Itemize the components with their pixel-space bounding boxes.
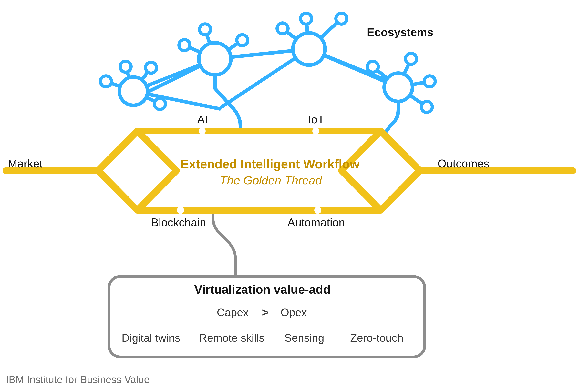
svg-point-30 (200, 24, 211, 35)
svg-point-24 (384, 73, 412, 101)
value-item-zero-touch: Zero-touch (350, 331, 403, 344)
value-box-opex: Opex (281, 306, 307, 319)
svg-point-32 (277, 23, 288, 34)
tech-blockchain-label: Blockchain (151, 216, 206, 229)
svg-point-25 (100, 76, 111, 87)
value-box-title: Virtualization value-add (194, 282, 331, 296)
svg-point-37 (424, 76, 435, 87)
tech-automation-label: Automation (288, 216, 345, 229)
svg-point-28 (154, 98, 165, 109)
value-box-capex: Capex (217, 306, 249, 319)
svg-point-22 (199, 43, 231, 75)
svg-point-26 (120, 61, 131, 72)
value-item-sensing: Sensing (285, 331, 324, 344)
svg-point-31 (237, 35, 248, 46)
workflow-title: Extended Intelligent Workflow (181, 157, 360, 171)
outcomes-label: Outcomes (437, 157, 489, 170)
ecosystems-label: Ecosystems (367, 25, 434, 39)
market-label: Market (8, 157, 43, 170)
svg-point-34 (336, 13, 347, 24)
value-box-arrow: > (262, 306, 268, 319)
svg-point-45 (314, 207, 321, 214)
svg-point-23 (293, 33, 325, 65)
svg-point-44 (177, 207, 184, 214)
svg-point-43 (312, 128, 319, 134)
tech-iot-label: IoT (308, 113, 325, 126)
diagram-root: Ecosystems Market Outcomes AI IoT Blockc… (0, 0, 579, 392)
svg-point-21 (119, 77, 147, 105)
svg-point-42 (199, 128, 206, 134)
value-item-digital-twins: Digital twins (122, 331, 180, 344)
svg-point-36 (406, 53, 417, 64)
svg-point-27 (145, 62, 156, 73)
tech-ai-label: AI (197, 113, 208, 126)
value-item-remote-skills: Remote skills (199, 331, 265, 344)
svg-point-29 (179, 40, 190, 51)
svg-point-35 (367, 61, 378, 72)
footer-attribution: IBM Institute for Business Value (6, 374, 150, 385)
svg-point-33 (300, 13, 312, 24)
svg-point-38 (421, 101, 432, 112)
workflow-subtitle: The Golden Thread (220, 174, 322, 187)
